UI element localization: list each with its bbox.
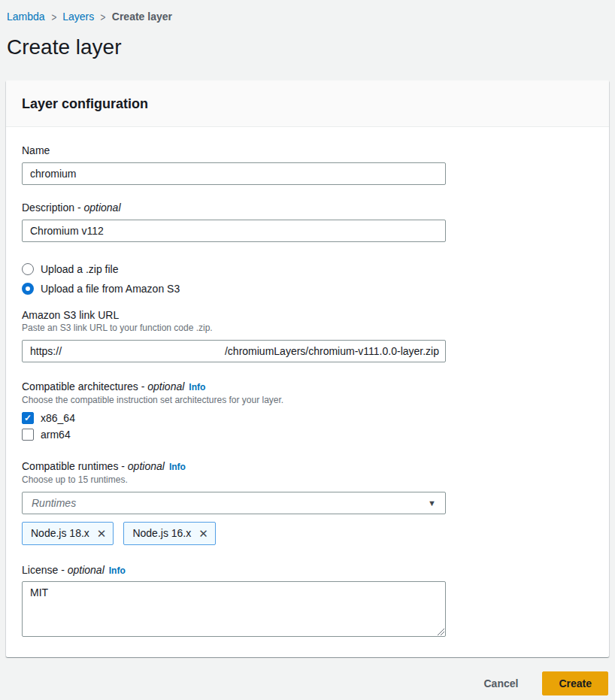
description-label-text: Description -	[22, 202, 83, 214]
card-header: Layer configuration	[6, 80, 609, 127]
architectures-optional-text: optional	[147, 380, 184, 392]
license-field-group: License - optionalInfo	[22, 564, 446, 637]
caret-down-icon: ▼	[428, 498, 436, 508]
radio-upload-s3[interactable]: Upload a file from Amazon S3	[22, 283, 446, 295]
radio-upload-zip[interactable]: Upload a .zip file	[22, 263, 446, 275]
checkbox-unchecked-icon[interactable]	[22, 429, 34, 441]
license-info-link[interactable]: Info	[109, 565, 126, 576]
runtimes-info-link[interactable]: Info	[169, 462, 186, 472]
name-label: Name	[22, 144, 446, 157]
token-nodejs-18-label: Node.js 18.x	[31, 527, 89, 540]
architectures-info-link[interactable]: Info	[189, 382, 205, 392]
runtimes-select[interactable]: Runtimes ▼	[22, 492, 446, 514]
architectures-field-group: Compatible architectures - optionalInfo …	[22, 380, 446, 441]
chevron-right-icon: >	[101, 10, 106, 23]
radio-upload-s3-label: Upload a file from Amazon S3	[41, 283, 180, 295]
architectures-hint: Choose the compatible instruction set ar…	[22, 394, 446, 406]
runtimes-hint: Choose up to 15 runtimes.	[22, 474, 446, 486]
checkbox-checked-icon[interactable]: ✓	[22, 412, 34, 424]
card-title: Layer configuration	[22, 95, 594, 112]
s3-url-prefix: https://	[30, 345, 62, 357]
upload-source-radio-group: Upload a .zip file Upload a file from Am…	[22, 263, 446, 295]
chevron-right-icon: >	[51, 10, 56, 23]
check-icon: ✓	[24, 414, 32, 423]
layer-configuration-card: Layer configuration Name Description - o…	[6, 80, 609, 657]
description-field-group: Description - optional	[22, 202, 446, 242]
license-textarea[interactable]	[22, 581, 446, 637]
checkbox-arm64-row[interactable]: arm64	[22, 429, 446, 441]
runtimes-token-list: Node.js 18.x ✕ Node.js 16.x ✕	[22, 522, 446, 545]
page-title: Create layer	[7, 34, 615, 61]
s3-url-suffix: /chromiumLayers/chromium-v111.0.0-layer.…	[225, 345, 439, 357]
architectures-label-text: Compatible architectures -	[22, 380, 147, 392]
description-label: Description - optional	[22, 202, 446, 214]
breadcrumb: Lambda > Layers > Create layer	[0, 0, 615, 23]
radio-selected-icon[interactable]	[22, 283, 34, 295]
runtimes-select-placeholder: Runtimes	[32, 497, 76, 509]
s3-url-input[interactable]: https:// /chromiumLayers/chromium-v111.0…	[22, 340, 446, 362]
s3-url-field-group: Amazon S3 link URL Paste an S3 link URL …	[22, 309, 446, 362]
s3-url-label: Amazon S3 link URL	[22, 309, 446, 322]
token-nodejs-16: Node.js 16.x ✕	[123, 522, 215, 545]
checkbox-x86-64-row[interactable]: ✓ x86_64	[22, 412, 446, 424]
checkbox-x86-64-label: x86_64	[41, 412, 75, 424]
dismiss-icon[interactable]: ✕	[198, 528, 208, 539]
runtimes-label: Compatible runtimes - optionalInfo	[22, 460, 446, 474]
radio-unselected-icon[interactable]	[22, 263, 34, 275]
breadcrumb-link-layers[interactable]: Layers	[62, 11, 94, 23]
runtimes-optional-text: optional	[128, 460, 165, 472]
license-textarea-wrap	[22, 581, 446, 637]
runtimes-label-text: Compatible runtimes -	[22, 460, 128, 472]
license-optional-text: optional	[68, 564, 105, 576]
description-input[interactable]	[22, 220, 446, 242]
checkbox-arm64-label: arm64	[41, 429, 71, 441]
card-body: Name Description - optional Upload a .zi…	[6, 127, 609, 657]
token-nodejs-18: Node.js 18.x ✕	[22, 522, 114, 545]
breadcrumb-current: Create layer	[112, 11, 172, 23]
license-label: License - optionalInfo	[22, 564, 446, 577]
create-button[interactable]: Create	[542, 671, 608, 695]
s3-url-hint: Paste an S3 link URL to your function co…	[22, 322, 446, 334]
footer-actions: Cancel Create	[0, 657, 615, 695]
cancel-button[interactable]: Cancel	[480, 673, 521, 694]
token-nodejs-16-label: Node.js 16.x	[132, 527, 191, 540]
description-optional-text: optional	[83, 202, 120, 214]
architectures-label: Compatible architectures - optionalInfo	[22, 380, 446, 394]
breadcrumb-link-lambda[interactable]: Lambda	[7, 11, 45, 23]
dismiss-icon[interactable]: ✕	[97, 528, 107, 539]
name-input[interactable]	[22, 162, 446, 185]
name-field-group: Name	[22, 144, 446, 185]
runtimes-field-group: Compatible runtimes - optionalInfo Choos…	[22, 460, 446, 545]
license-label-text: License -	[22, 564, 68, 576]
radio-upload-zip-label: Upload a .zip file	[41, 263, 119, 275]
